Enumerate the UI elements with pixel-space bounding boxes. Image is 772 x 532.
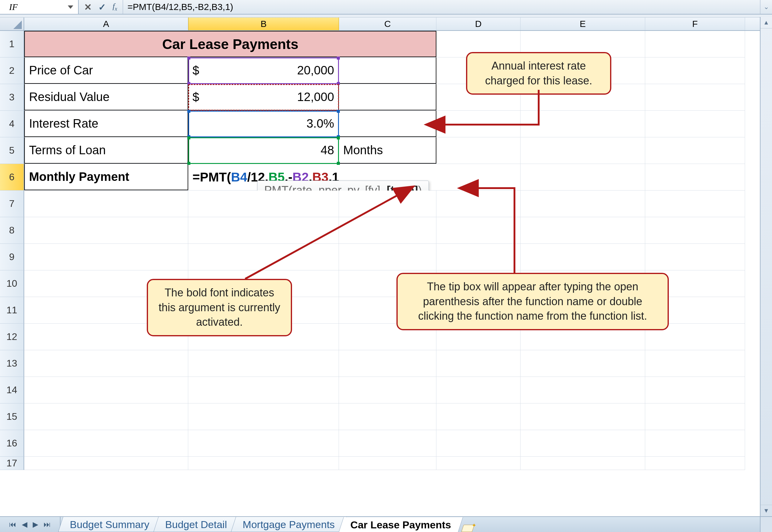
col-header-d[interactable]: D — [437, 18, 521, 30]
cell-c9[interactable] — [339, 244, 437, 270]
col-header-a[interactable]: A — [24, 18, 188, 30]
name-box-dropdown-icon[interactable] — [68, 5, 73, 9]
cell-a14[interactable] — [24, 377, 188, 403]
cell-e9[interactable] — [521, 244, 645, 270]
cell-f15[interactable] — [645, 403, 745, 430]
cell-e13[interactable] — [521, 350, 645, 377]
row-header-6[interactable]: 6 — [0, 164, 24, 191]
cell-d14[interactable] — [437, 377, 521, 403]
title-cell[interactable]: Car Lease Payments — [24, 31, 437, 57]
cell-d9[interactable] — [437, 244, 521, 270]
cell-f2[interactable] — [645, 57, 745, 84]
cell-e7[interactable] — [521, 191, 645, 217]
cell-d16[interactable] — [437, 430, 521, 456]
row-header-2[interactable]: 2 — [0, 57, 24, 84]
cell-f9[interactable] — [645, 244, 745, 270]
cell-d8[interactable] — [437, 217, 521, 243]
col-header-f[interactable]: F — [645, 18, 745, 30]
cell-f17[interactable] — [645, 457, 745, 470]
cell-c3[interactable] — [339, 84, 437, 110]
name-box[interactable]: IF — [0, 0, 79, 14]
col-header-b[interactable]: B — [188, 18, 339, 30]
cell-b4[interactable]: 3.0% — [188, 111, 339, 137]
row-header-10[interactable]: 10 — [0, 270, 24, 297]
cell-f13[interactable] — [645, 350, 745, 377]
scroll-up-icon[interactable]: ▲ — [761, 17, 772, 28]
row-header-1[interactable]: 1 — [0, 31, 24, 57]
cell-b9[interactable] — [188, 244, 339, 270]
cell-c13[interactable] — [339, 350, 437, 377]
cell-c2[interactable] — [339, 57, 437, 84]
sheet-nav-prev-icon[interactable]: ◀ — [22, 520, 27, 529]
row-header-4[interactable]: 4 — [0, 111, 24, 137]
col-header-c[interactable]: C — [339, 18, 437, 30]
row-header-5[interactable]: 5 — [0, 137, 24, 164]
cell-a15[interactable] — [24, 403, 188, 430]
tab-budget-summary[interactable]: Budget Summary — [58, 517, 161, 532]
insert-function-icon[interactable]: fx — [113, 2, 117, 12]
tab-mortgage-payments[interactable]: Mortgage Payments — [231, 517, 347, 532]
cell-f4[interactable] — [645, 111, 745, 137]
row-header-17[interactable]: 17 — [0, 457, 24, 470]
cell-b13[interactable] — [188, 350, 339, 377]
col-header-e[interactable]: E — [521, 18, 645, 30]
cell-d5[interactable] — [437, 137, 521, 164]
cell-c4[interactable] — [339, 111, 437, 137]
sheet-nav-next-icon[interactable]: ▶ — [33, 520, 38, 529]
row-header-11[interactable]: 11 — [0, 297, 24, 324]
cell-e5[interactable] — [521, 137, 645, 164]
cell-d4[interactable] — [437, 111, 521, 137]
cell-a13[interactable] — [24, 350, 188, 377]
cell-b17[interactable] — [188, 457, 339, 470]
cell-f1[interactable] — [645, 31, 745, 57]
cell-f3[interactable] — [645, 84, 745, 110]
cell-a6[interactable]: Monthly Payment — [24, 164, 188, 190]
cell-f8[interactable] — [645, 217, 745, 243]
row-header-16[interactable]: 16 — [0, 430, 24, 457]
cell-a4[interactable]: Interest Rate — [24, 111, 188, 137]
row-header-13[interactable]: 13 — [0, 350, 24, 377]
cell-e14[interactable] — [521, 377, 645, 403]
cancel-icon[interactable]: ✕ — [84, 2, 92, 12]
cell-a2[interactable]: Price of Car — [24, 57, 188, 84]
cell-b3[interactable]: $12,000 — [188, 84, 339, 110]
cell-d17[interactable] — [437, 457, 521, 470]
cell-b7[interactable] — [188, 191, 339, 217]
cell-e6[interactable] — [521, 164, 645, 190]
cell-f6[interactable] — [645, 164, 745, 190]
cell-c5[interactable]: Months — [339, 137, 437, 164]
cell-c8[interactable] — [339, 217, 437, 243]
scroll-down-icon[interactable]: ▼ — [761, 505, 772, 516]
cell-c16[interactable] — [339, 430, 437, 456]
tab-budget-detail[interactable]: Budget Detail — [153, 517, 239, 532]
cell-b2[interactable]: $20,000 — [188, 57, 339, 84]
cell-d13[interactable] — [437, 350, 521, 377]
formula-bar-expand-icon[interactable]: ⌄ — [760, 0, 772, 14]
cell-f5[interactable] — [645, 137, 745, 164]
tab-car-lease-payments[interactable]: Car Lease Payments — [338, 517, 463, 532]
sheet-nav-first-icon[interactable]: ⏮ — [9, 520, 16, 529]
cell-e17[interactable] — [521, 457, 645, 470]
cell-b15[interactable] — [188, 403, 339, 430]
sheet-nav-last-icon[interactable]: ⏭ — [44, 520, 51, 529]
cell-f14[interactable] — [645, 377, 745, 403]
cell-e16[interactable] — [521, 430, 645, 456]
cell-e4[interactable] — [521, 111, 645, 137]
cell-b5[interactable]: 48 — [188, 137, 339, 164]
cell-b8[interactable] — [188, 217, 339, 243]
cell-b16[interactable] — [188, 430, 339, 456]
cell-a17[interactable] — [24, 457, 188, 470]
cell-b14[interactable] — [188, 377, 339, 403]
cell-e8[interactable] — [521, 217, 645, 243]
row-header-9[interactable]: 9 — [0, 244, 24, 270]
cell-c7[interactable] — [339, 191, 437, 217]
enter-icon[interactable]: ✓ — [98, 2, 106, 12]
cell-d7[interactable] — [437, 191, 521, 217]
select-all-corner[interactable] — [0, 18, 24, 30]
cell-e15[interactable] — [521, 403, 645, 430]
row-header-15[interactable]: 15 — [0, 403, 24, 430]
row-header-7[interactable]: 7 — [0, 191, 24, 217]
cell-c14[interactable] — [339, 377, 437, 403]
cell-c17[interactable] — [339, 457, 437, 470]
row-header-3[interactable]: 3 — [0, 84, 24, 111]
